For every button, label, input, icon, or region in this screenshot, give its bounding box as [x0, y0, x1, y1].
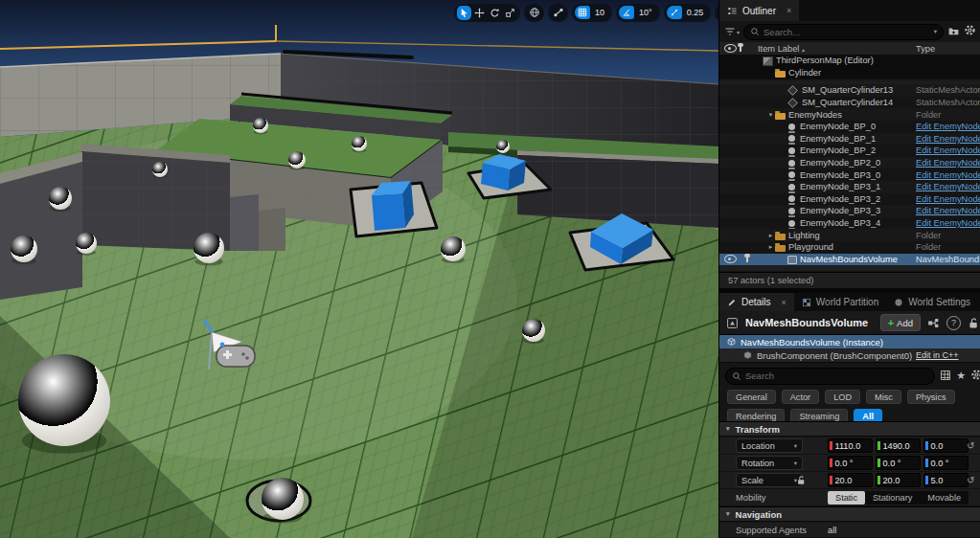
- edit-blueprint-link[interactable]: Edit EnemyNode,: [916, 122, 980, 131]
- eye-icon[interactable]: [724, 44, 737, 53]
- scale-snap-control[interactable]: 0.25: [664, 4, 712, 22]
- white-sphere[interactable]: [253, 118, 268, 133]
- edit-blueprint-link[interactable]: Edit EnemyNode,: [916, 194, 980, 204]
- scale-lock-button[interactable]: [796, 472, 807, 489]
- details-search-input[interactable]: Search: [725, 368, 935, 385]
- white-sphere[interactable]: [441, 236, 466, 261]
- filter-lod-button[interactable]: LOD: [825, 390, 860, 404]
- edit-blueprint-link[interactable]: Edit EnemyNode,: [916, 206, 980, 215]
- scale-z-field[interactable]: 5.0: [923, 473, 969, 487]
- expand-arrow-icon[interactable]: ▸: [766, 232, 775, 239]
- white-sphere[interactable]: [352, 136, 367, 151]
- supported-agents-value[interactable]: all: [828, 526, 836, 535]
- rotation-z-field[interactable]: 0.0 °: [923, 456, 969, 470]
- surface-snapping-button[interactable]: [551, 6, 565, 20]
- filter-general-button[interactable]: General: [727, 390, 776, 404]
- grid-snap-control[interactable]: 10: [572, 4, 612, 22]
- lock-button[interactable]: [967, 317, 980, 329]
- eye-icon[interactable]: [724, 255, 737, 263]
- tab-details[interactable]: Details ×: [719, 293, 794, 311]
- tab-world-partition[interactable]: World Partition: [794, 293, 886, 311]
- edit-blueprint-link[interactable]: Edit EnemyNode,: [916, 158, 980, 168]
- tab-outliner[interactable]: Outliner ×: [719, 0, 799, 21]
- outliner-row[interactable]: ▸PlaygroundFolder: [719, 241, 980, 254]
- component-row-brush[interactable]: BrushComponent (BrushComponent0) Edit in…: [719, 348, 980, 363]
- white-sphere[interactable]: [288, 151, 306, 168]
- rotation-snap-control[interactable]: 10°: [616, 4, 660, 22]
- location-dropdown[interactable]: Location▾: [736, 438, 803, 453]
- edit-in-cpp-link[interactable]: Edit in C++: [916, 350, 959, 360]
- property-matrix-button[interactable]: [940, 368, 951, 385]
- tab-world-settings[interactable]: World Settings: [886, 293, 978, 311]
- outliner-row[interactable]: NavMeshBoundsVolumeNavMeshBounds: [719, 254, 980, 266]
- rotation-y-field[interactable]: 0.0 °: [876, 456, 921, 470]
- outliner-row[interactable]: EnemyNode_BP3_0Edit EnemyNode,: [719, 168, 980, 181]
- new-folder-button[interactable]: [947, 23, 960, 40]
- blueprint-hierarchy-button[interactable]: [926, 317, 941, 329]
- white-sphere[interactable]: [496, 140, 510, 153]
- move-tool-button[interactable]: [472, 6, 487, 20]
- white-sphere[interactable]: [11, 235, 37, 262]
- location-x-field[interactable]: 1110.0: [828, 438, 873, 453]
- outliner-row[interactable]: EnemyNode_BP_0Edit EnemyNode,: [719, 121, 980, 133]
- white-sphere[interactable]: [152, 162, 168, 177]
- outliner-row[interactable]: EnemyNode_BP_1Edit EnemyNode,: [719, 133, 980, 146]
- edit-blueprint-link[interactable]: Edit EnemyNode,: [916, 182, 980, 191]
- outliner-search-input[interactable]: Search... ▾: [743, 24, 944, 40]
- expand-arrow-icon[interactable]: ▸: [766, 243, 775, 251]
- outliner-settings-button[interactable]: [964, 23, 976, 40]
- details-settings-button[interactable]: [970, 368, 980, 385]
- outliner-row[interactable]: ThirdPersonMap (Editor): [719, 55, 980, 67]
- scale-snap-value[interactable]: 0.25: [683, 8, 709, 17]
- outliner-column-header[interactable]: Item Label ▴ Type: [719, 42, 980, 56]
- rotation-dropdown[interactable]: Rotation▾: [736, 456, 803, 470]
- search-chevron-icon[interactable]: ▾: [934, 28, 937, 35]
- grid-snap-value[interactable]: 10: [591, 8, 609, 17]
- viewport-3d[interactable]: 10 10° 0.25 4: [0, 0, 718, 538]
- edit-blueprint-link[interactable]: Edit EnemyNode,: [916, 146, 980, 155]
- outliner-row[interactable]: EnemyNode_BP3_2Edit EnemyNode,: [719, 193, 980, 206]
- filter-misc-button[interactable]: Misc: [866, 390, 901, 404]
- scale-dropdown[interactable]: Scale▾: [736, 473, 803, 487]
- white-sphere[interactable]: [18, 354, 110, 446]
- white-sphere[interactable]: [522, 319, 545, 342]
- filter-actor-button[interactable]: Actor: [782, 390, 819, 404]
- help-button[interactable]: ?: [946, 316, 961, 330]
- reset-scale-button[interactable]: ↺: [967, 475, 974, 485]
- add-component-button[interactable]: + Add: [880, 314, 921, 331]
- outliner-row[interactable]: [719, 265, 980, 271]
- outliner-row[interactable]: EnemyNode_BP2_0Edit EnemyNode,: [719, 157, 980, 169]
- reset-location-button[interactable]: ↺: [967, 440, 974, 451]
- outliner-row[interactable]: EnemyNode_BP3_4Edit EnemyNode,: [719, 217, 980, 230]
- mobility-static-button[interactable]: Static: [828, 491, 865, 504]
- white-sphere[interactable]: [49, 187, 72, 210]
- expand-arrow-icon[interactable]: ▾: [766, 111, 775, 119]
- white-sphere[interactable]: [194, 233, 224, 263]
- outliner-row[interactable]: ▸LightingFolder: [719, 229, 980, 241]
- outliner-row[interactable]: Cylinder: [719, 67, 980, 79]
- pin-icon[interactable]: [746, 257, 748, 262]
- scale-y-field[interactable]: 20.0: [876, 473, 921, 487]
- tab-close-icon[interactable]: ×: [786, 6, 791, 15]
- white-sphere[interactable]: [76, 233, 97, 254]
- outliner-row[interactable]: EnemyNode_BP_2Edit EnemyNode,: [719, 145, 980, 157]
- rotation-x-field[interactable]: 0.0 °: [828, 456, 873, 470]
- navigation-section-header[interactable]: ▾ Navigation: [719, 506, 980, 522]
- outliner-row[interactable]: SM_QuarterCylinder13StaticMeshActor: [719, 84, 980, 97]
- outliner-row[interactable]: SM_QuarterCylinder14StaticMeshActor: [719, 97, 980, 109]
- column-type[interactable]: Type: [916, 44, 935, 54]
- mobility-movable-button[interactable]: Movable: [920, 491, 969, 504]
- favorites-star-icon[interactable]: ★: [956, 370, 966, 381]
- filter-button[interactable]: ▾: [724, 26, 740, 37]
- scale-tool-button[interactable]: [503, 6, 517, 20]
- transform-section-header[interactable]: ▾ Transform: [719, 421, 980, 437]
- rotate-tool-button[interactable]: [488, 6, 502, 20]
- white-sphere[interactable]: [262, 478, 304, 520]
- select-tool-button[interactable]: [457, 6, 471, 20]
- tab-close-icon[interactable]: ×: [782, 298, 786, 307]
- scale-x-field[interactable]: 20.0: [828, 473, 873, 487]
- filter-physics-button[interactable]: Physics: [907, 390, 955, 404]
- column-item-label[interactable]: Item Label ▴: [758, 44, 805, 54]
- outliner-row[interactable]: EnemyNode_BP3_1Edit EnemyNode,: [719, 181, 980, 193]
- edit-blueprint-link[interactable]: Edit EnemyNode,: [916, 134, 980, 144]
